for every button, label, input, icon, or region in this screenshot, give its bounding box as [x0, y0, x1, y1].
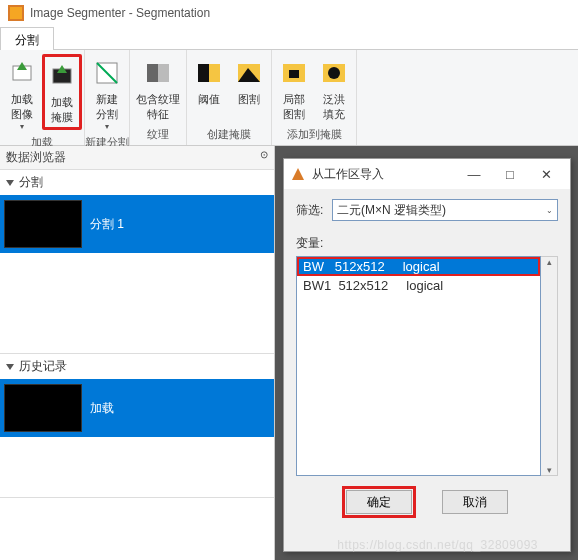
dropdown-arrow-icon: ▾	[89, 122, 125, 131]
scroll-up-icon[interactable]: ▴	[547, 257, 552, 267]
texture-icon	[134, 56, 182, 90]
data-browser-header: 数据浏览器 ⊙	[0, 146, 274, 170]
variable-row[interactable]: BW1 512x512 logical	[297, 276, 540, 295]
ribbon-group-newseg: 新建 分割 ▾ 新建分割	[85, 50, 130, 145]
scrollbar[interactable]: ▴▾	[541, 256, 558, 476]
history-item[interactable]: 加载	[0, 379, 274, 437]
filter-label: 筛选:	[296, 202, 332, 219]
texture-label: 包含纹理 特征	[134, 92, 182, 122]
ribbon-group-create-label: 创建掩膜	[187, 125, 271, 145]
svg-rect-11	[209, 64, 220, 82]
segmentation-thumbnail	[4, 200, 82, 248]
graphcut-label: 图割	[231, 92, 267, 107]
ribbon-group-load: 加载 图像 ▾ 加载 掩膜 加载	[0, 50, 85, 145]
local-graphcut-button[interactable]: 局部 图割	[274, 54, 314, 124]
window-title: Image Segmenter - Segmentation	[30, 6, 210, 20]
history-section-header[interactable]: 历史记录	[0, 354, 274, 379]
flood-label: 泛洪 填充	[316, 92, 352, 122]
load-mask-icon	[47, 59, 77, 93]
triangle-down-icon	[6, 180, 14, 186]
ribbon-group-texture: 包含纹理 特征 纹理	[130, 50, 187, 145]
svg-rect-1	[10, 7, 22, 19]
svg-rect-9	[147, 64, 158, 82]
seg-section-label: 分割	[19, 174, 43, 191]
segmentation-item-label: 分割 1	[90, 216, 124, 233]
segmentation-item[interactable]: 分割 1	[0, 195, 274, 253]
import-dialog: 从工作区导入 — □ ✕ 筛选: 二元(M×N 逻辑类型) ⌄ 变量: BW 5…	[283, 158, 571, 552]
variable-row[interactable]: BW 512x512 logical	[297, 257, 540, 276]
triangle-down-icon	[6, 364, 14, 370]
flood-fill-button[interactable]: 泛洪 填充	[314, 54, 354, 124]
threshold-button[interactable]: 阈值	[189, 54, 229, 109]
new-seg-label: 新建 分割	[89, 92, 125, 122]
data-browser-panel: 数据浏览器 ⊙ 分割 分割 1 历史记录 加载	[0, 146, 275, 560]
ok-button[interactable]: 确定	[346, 490, 412, 514]
segmentation-section-header[interactable]: 分割	[0, 170, 274, 195]
new-segmentation-button[interactable]: 新建 分割 ▾	[87, 54, 127, 133]
panel-collapse-icon[interactable]: ⊙	[260, 149, 268, 166]
ribbon-group-addmask-label: 添加到掩膜	[272, 125, 356, 145]
svg-marker-18	[292, 168, 304, 180]
load-image-icon	[4, 56, 40, 90]
ribbon-group-texture-label: 纹理	[130, 125, 186, 145]
dialog-titlebar: 从工作区导入 — □ ✕	[284, 159, 570, 189]
flood-icon	[316, 56, 352, 90]
svg-point-17	[328, 67, 340, 79]
matlab-icon	[290, 166, 306, 182]
dropdown-arrow-icon: ⌄	[546, 206, 553, 215]
history-thumbnail	[4, 384, 82, 432]
graphcut-button[interactable]: 图割	[229, 54, 269, 109]
local-graphcut-label: 局部 图割	[276, 92, 312, 122]
ribbon-group-addmask: 局部 图割 泛洪 填充 添加到掩膜	[272, 50, 357, 145]
minimize-button[interactable]: —	[456, 167, 492, 182]
variables-label: 变量:	[296, 235, 558, 252]
load-mask-button[interactable]: 加载 掩膜	[42, 54, 82, 130]
graphcut-icon	[231, 56, 267, 90]
load-image-button[interactable]: 加载 图像 ▾	[2, 54, 42, 133]
threshold-label: 阈值	[191, 92, 227, 107]
history-item-label: 加载	[90, 400, 114, 417]
dialog-title: 从工作区导入	[312, 166, 384, 183]
filter-value: 二元(M×N 逻辑类型)	[337, 202, 446, 219]
variable-list[interactable]: BW 512x512 logicalBW1 512x512 logical	[296, 256, 541, 476]
close-button[interactable]: ✕	[528, 167, 564, 182]
dropdown-arrow-icon: ▾	[4, 122, 40, 131]
ribbon-group-create: 阈值 图割 创建掩膜	[187, 50, 272, 145]
maximize-button[interactable]: □	[492, 167, 528, 182]
include-texture-button[interactable]: 包含纹理 特征	[132, 54, 184, 124]
local-graphcut-icon	[276, 56, 312, 90]
watermark: https://blog.csdn.net/qq_32809093	[337, 538, 538, 552]
new-seg-icon	[89, 56, 125, 90]
history-section-label: 历史记录	[19, 358, 67, 375]
filter-row: 筛选: 二元(M×N 逻辑类型) ⌄	[296, 199, 558, 221]
scroll-down-icon[interactable]: ▾	[547, 465, 552, 475]
tab-segmentation[interactable]: 分割	[0, 27, 54, 50]
ribbon-tabstrip: 分割	[0, 26, 578, 50]
data-browser-title: 数据浏览器	[6, 149, 66, 166]
ribbon: 加载 图像 ▾ 加载 掩膜 加载 新建 分割 ▾ 新建分割 包含纹理 特征	[0, 50, 578, 146]
history-section: 历史记录 加载	[0, 354, 274, 498]
load-image-label: 加载 图像	[4, 92, 40, 122]
segmentation-section: 分割 分割 1	[0, 170, 274, 354]
load-mask-label: 加载 掩膜	[47, 95, 77, 125]
threshold-icon	[191, 56, 227, 90]
window-titlebar: Image Segmenter - Segmentation	[0, 0, 578, 26]
filter-select[interactable]: 二元(M×N 逻辑类型) ⌄	[332, 199, 558, 221]
app-icon	[8, 5, 24, 21]
cancel-button[interactable]: 取消	[442, 490, 508, 514]
svg-rect-15	[289, 70, 299, 78]
